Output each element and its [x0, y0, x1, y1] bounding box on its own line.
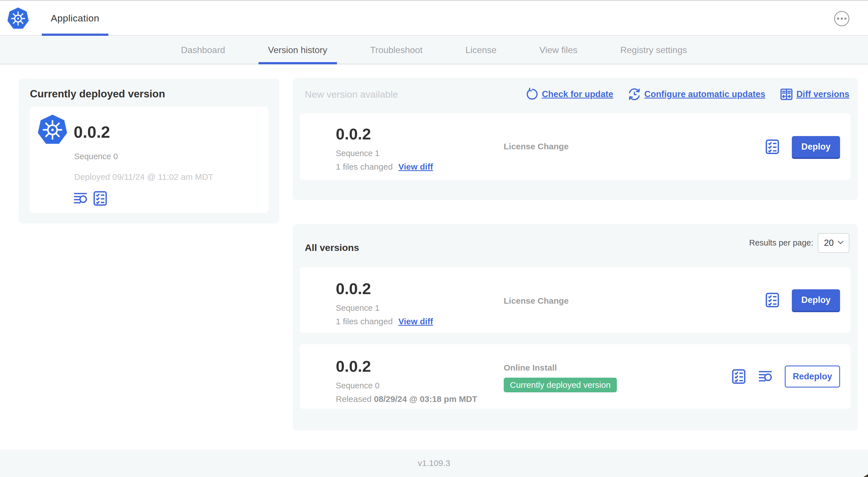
tab-view-files[interactable]: View files	[530, 36, 587, 64]
logs-icon[interactable]	[758, 369, 773, 384]
currently-deployed-title: Currently deployed version	[30, 88, 165, 100]
ellipsis-circle-icon[interactable]	[834, 11, 849, 26]
results-per-page-label: Results per page:	[749, 238, 813, 247]
diff-versions-link[interactable]: Diff versions	[780, 88, 849, 101]
all-versions-panel: All versions Results per page: 20 0.0.2 …	[292, 224, 858, 431]
tab-registry-settings-label: Registry settings	[620, 45, 687, 55]
version-source: License Change	[504, 296, 568, 306]
app-tab-application[interactable]: Application	[42, 1, 108, 35]
deployed-version-number: 0.0.2	[74, 122, 110, 141]
results-per-page-value: 20	[824, 238, 834, 248]
kubernetes-logo	[7, 7, 29, 30]
redeploy-button[interactable]: Redeploy	[785, 365, 840, 388]
checklist-icon[interactable]	[93, 191, 108, 206]
diff-versions-label: Diff versions	[796, 89, 849, 99]
cursor-artifact	[864, 474, 868, 477]
checklist-icon[interactable]	[765, 292, 780, 308]
tab-troubleshoot-label: Troubleshoot	[370, 45, 423, 55]
console-version: v1.109.3	[417, 458, 450, 468]
all-versions-title: All versions	[305, 242, 359, 253]
chevron-down-icon	[838, 240, 844, 245]
version-sequence: Sequence 1	[336, 149, 433, 158]
released-prefix: Released	[336, 394, 374, 404]
deployed-sequence: Sequence 0	[74, 152, 118, 161]
checklist-icon[interactable]	[731, 369, 746, 384]
version-row: 0.0.2 Sequence 1 1 files changed View di…	[300, 267, 850, 333]
tab-license[interactable]: License	[456, 36, 506, 64]
tab-active-indicator	[258, 62, 337, 64]
released-timestamp: 08/29/24 @ 03:18 pm MDT	[374, 394, 477, 404]
tab-registry-settings[interactable]: Registry settings	[611, 36, 697, 64]
version-source: License Change	[504, 142, 568, 151]
version-sequence: Sequence 1	[336, 303, 433, 313]
nav-tab-bar: Dashboard Version history Troubleshoot L…	[0, 36, 868, 64]
files-changed-label: 1 files changed	[336, 162, 393, 172]
app-footer: v1.109.3	[0, 449, 868, 477]
version-row: 0.0.2 Sequence 0 Released 08/29/24 @ 03:…	[300, 344, 850, 409]
logs-icon[interactable]	[73, 191, 88, 206]
diff-icon	[780, 88, 793, 101]
page: Application Dashboard Version history Tr…	[0, 0, 868, 477]
version-number: 0.0.2	[336, 358, 477, 374]
version-number: 0.0.2	[336, 281, 433, 297]
tab-dashboard[interactable]: Dashboard	[171, 36, 235, 64]
tab-version-history-label: Version history	[268, 45, 327, 55]
files-changed-label: 1 files changed	[336, 317, 393, 326]
main-content: Currently deployed version	[0, 65, 868, 449]
tab-license-label: License	[465, 45, 496, 55]
view-diff-link[interactable]: View diff	[398, 162, 433, 172]
app-tab-active-indicator	[42, 34, 108, 36]
app-header: Application	[0, 1, 868, 36]
version-number: 0.0.2	[336, 126, 433, 142]
deployed-timestamp: Deployed 09/11/24 @ 11:02 am MDT	[74, 172, 213, 182]
view-diff-link[interactable]: View diff	[398, 317, 433, 326]
new-version-card: 0.0.2 Sequence 1 1 files changed View di…	[300, 114, 850, 180]
new-version-title: New version available	[305, 89, 398, 100]
version-sequence: Sequence 0	[336, 381, 477, 390]
kubernetes-logo	[37, 114, 68, 145]
tab-dashboard-label: Dashboard	[181, 45, 225, 55]
currently-deployed-card: 0.0.2 Sequence 0 Deployed 09/11/24 @ 11:…	[30, 107, 268, 213]
tab-version-history[interactable]: Version history	[258, 36, 337, 64]
currently-deployed-panel: Currently deployed version	[19, 79, 279, 223]
configure-automatic-updates-label: Configure automatic updates	[644, 89, 765, 99]
deploy-button[interactable]: Deploy	[792, 136, 840, 157]
schedule-icon	[628, 88, 641, 101]
deploy-button[interactable]: Deploy	[792, 289, 840, 311]
version-source: Online Install	[504, 363, 557, 372]
tab-troubleshoot[interactable]: Troubleshoot	[361, 36, 432, 64]
configure-automatic-updates-link[interactable]: Configure automatic updates	[628, 88, 765, 101]
checklist-icon[interactable]	[765, 139, 780, 154]
results-per-page-select[interactable]: 20	[818, 233, 849, 253]
refresh-icon	[525, 88, 538, 101]
new-version-panel: New version available Check for update	[292, 78, 858, 200]
currently-deployed-badge: Currently deployed version	[504, 378, 617, 392]
app-tab-label: Application	[51, 13, 99, 24]
check-for-update-link[interactable]: Check for update	[525, 88, 613, 101]
check-for-update-label: Check for update	[542, 89, 613, 99]
tab-view-files-label: View files	[539, 45, 578, 55]
